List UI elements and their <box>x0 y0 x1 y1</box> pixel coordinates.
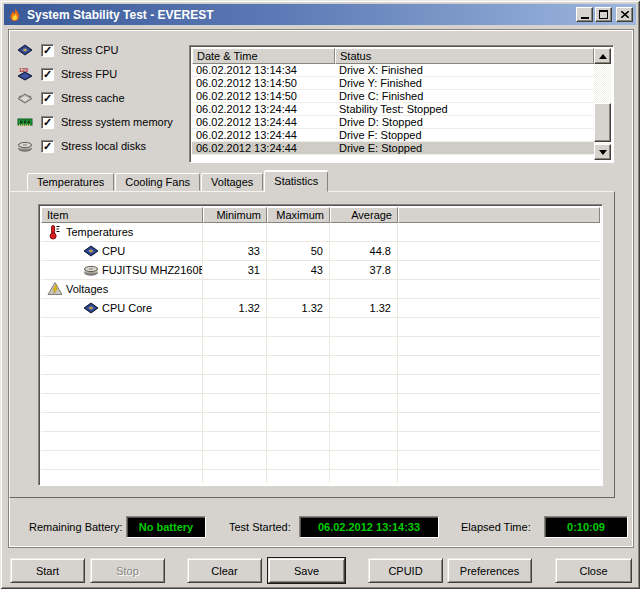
stats-column-average[interactable]: Average <box>330 207 398 223</box>
stats-row[interactable]: CPU335044.8 <box>41 242 600 261</box>
stats-cell-avg <box>330 223 398 241</box>
memory-icon <box>17 114 35 130</box>
stats-cell-avg: 44.8 <box>330 242 398 260</box>
stats-column-maximum[interactable]: Maximum <box>267 207 330 223</box>
close-button[interactable] <box>616 7 633 22</box>
stats-row[interactable]: CPU Core1.321.321.32 <box>41 299 600 318</box>
stats-cell-min <box>203 451 267 469</box>
log-cell-status: Drive Y: Finished <box>335 77 594 89</box>
tab-temperatures[interactable]: Temperatures <box>27 173 114 191</box>
minimize-button[interactable] <box>576 7 593 22</box>
window-title: System Stability Test - EVEREST <box>27 8 214 22</box>
checkbox[interactable]: ✓ <box>41 92 54 105</box>
remaining-battery-label: Remaining Battery: <box>29 520 123 534</box>
stats-cell-item <box>41 356 203 374</box>
stats-cell-min: 1.32 <box>203 299 267 317</box>
stats-cell-item <box>41 337 203 355</box>
stress-option-stress-fpu[interactable]: 123✓Stress FPU <box>17 66 117 82</box>
stats-cell-max <box>267 413 330 431</box>
stress-option-stress-local-disks[interactable]: ✓Stress local disks <box>17 138 146 154</box>
tab-statistics[interactable]: Statistics <box>264 171 328 192</box>
save-button[interactable]: Save <box>268 558 345 583</box>
stats-cell-max <box>267 394 330 412</box>
stats-row[interactable]: Voltages <box>41 280 600 299</box>
tab-voltages[interactable]: Voltages <box>201 173 263 191</box>
stats-item-label: CPU <box>102 245 125 257</box>
log-row[interactable]: 06.02.2012 13:14:34Drive X: Finished <box>192 64 594 77</box>
stress-option-label: Stress CPU <box>61 44 118 56</box>
stress-option-stress-cache[interactable]: ✓Stress cache <box>17 90 125 106</box>
stats-cell-max <box>267 337 330 355</box>
stats-cell-item <box>41 375 203 393</box>
stats-cell-avg <box>330 451 398 469</box>
clear-button[interactable]: Clear <box>187 558 262 583</box>
maximize-button[interactable] <box>595 7 612 22</box>
stats-empty-row <box>41 413 600 432</box>
stats-cell-item: Voltages <box>41 280 203 298</box>
log-row[interactable]: 06.02.2012 13:24:44Drive D: Stopped <box>192 116 594 129</box>
title-bar[interactable]: System Stability Test - EVEREST <box>4 4 636 25</box>
stress-option-stress-system-memory[interactable]: ✓Stress system memory <box>17 114 173 130</box>
statistics-rows: TemperaturesCPU335044.8FUJITSU MHZ2160BH… <box>41 223 600 483</box>
log-row[interactable]: 06.02.2012 13:24:44Drive E: Stopped <box>192 142 594 155</box>
stats-cell-max <box>267 470 330 483</box>
disk-icon <box>83 262 100 278</box>
elapsed-time-display: 0:10:09 <box>544 516 628 538</box>
stats-cell-min: 33 <box>203 242 267 260</box>
log-cell-status: Drive X: Finished <box>335 64 594 76</box>
log-cell-datetime: 06.02.2012 13:24:44 <box>192 129 335 141</box>
stats-cell-filler <box>398 394 600 412</box>
log-cell-status: Stability Test: Stopped <box>335 103 594 115</box>
preferences-button[interactable]: Preferences <box>447 558 532 583</box>
start-button[interactable]: Start <box>10 558 85 583</box>
stress-option-label: Stress local disks <box>61 140 146 152</box>
log-rows: 06.02.2012 13:14:34Drive X: Finished06.0… <box>192 64 594 155</box>
checkbox[interactable]: ✓ <box>41 116 54 129</box>
stats-cell-avg <box>330 413 398 431</box>
log-row[interactable]: 06.02.2012 13:24:44Stability Test: Stopp… <box>192 103 594 116</box>
stats-cell-avg <box>330 337 398 355</box>
stats-column-item[interactable]: Item <box>41 207 203 223</box>
stress-option-label: Stress FPU <box>61 68 117 80</box>
log-column-status[interactable]: Status <box>335 48 594 64</box>
stats-empty-row <box>41 470 600 483</box>
stats-cell-filler <box>398 356 600 374</box>
checkbox[interactable]: ✓ <box>41 140 54 153</box>
checkbox[interactable]: ✓ <box>41 68 54 81</box>
checkbox[interactable]: ✓ <box>41 44 54 57</box>
stats-cell-filler <box>398 470 600 483</box>
tab-strip: TemperaturesCooling FansVoltagesStatisti… <box>27 170 329 191</box>
stats-cell-item <box>41 394 203 412</box>
log-row[interactable]: 06.02.2012 13:14:50Drive C: Finished <box>192 90 594 103</box>
log-cell-status: Drive D: Stopped <box>335 116 594 128</box>
stats-cell-item: Temperatures <box>41 223 203 241</box>
log-row[interactable]: 06.02.2012 13:24:44Drive F: Stopped <box>192 129 594 142</box>
scroll-down-button[interactable] <box>594 144 611 160</box>
stats-empty-row <box>41 356 600 375</box>
close-button[interactable]: Close <box>555 558 632 583</box>
tab-cooling-fans[interactable]: Cooling Fans <box>115 173 200 191</box>
stats-cell-min <box>203 394 267 412</box>
arrow-down-icon <box>599 150 607 155</box>
cpuid-button[interactable]: CPUID <box>368 558 443 583</box>
stats-cell-max: 50 <box>267 242 330 260</box>
log-cell-datetime: 06.02.2012 13:24:44 <box>192 103 335 115</box>
log-column-date-time[interactable]: Date & Time <box>192 48 335 64</box>
stress-option-label: Stress system memory <box>61 116 173 128</box>
stats-empty-row <box>41 318 600 337</box>
stress-option-stress-cpu[interactable]: ✓Stress CPU <box>17 42 118 58</box>
stats-row[interactable]: FUJITSU MHZ2160BH G2314337.8 <box>41 261 600 280</box>
log-scrollbar[interactable] <box>594 48 611 160</box>
stats-cell-avg <box>330 356 398 374</box>
stats-cell-filler <box>398 451 600 469</box>
stats-cell-min <box>203 356 267 374</box>
log-cell-datetime: 06.02.2012 13:14:50 <box>192 90 335 102</box>
cpu-icon <box>83 300 100 316</box>
scroll-up-button[interactable] <box>594 48 611 64</box>
stats-row[interactable]: Temperatures <box>41 223 600 242</box>
scrollbar-thumb[interactable] <box>594 103 611 142</box>
stress-option-label: Stress cache <box>61 92 125 104</box>
log-row[interactable]: 06.02.2012 13:14:50Drive Y: Finished <box>192 77 594 90</box>
statistics-tab-page: Item Minimum Maximum Average Temperature… <box>9 191 615 498</box>
stats-column-minimum[interactable]: Minimum <box>203 207 267 223</box>
